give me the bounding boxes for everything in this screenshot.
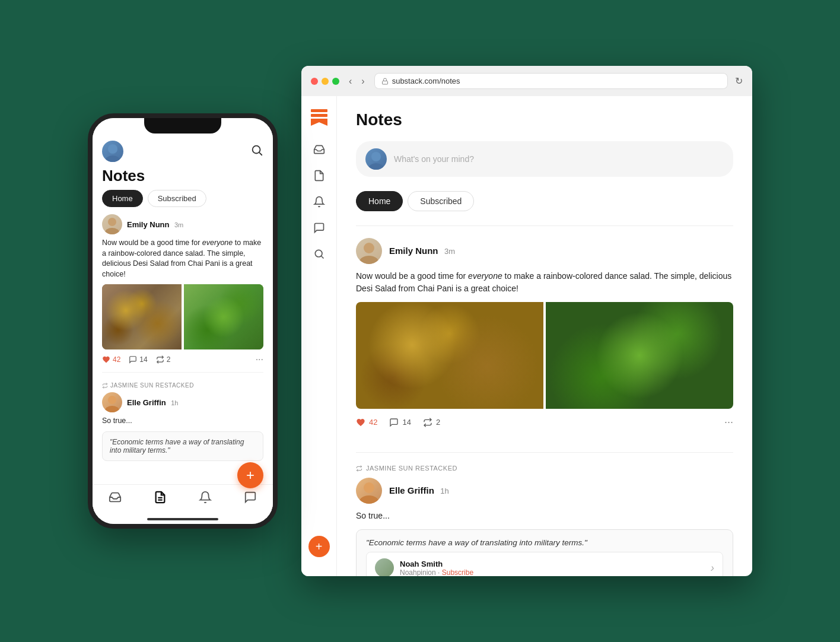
svg-point-1 xyxy=(105,155,120,162)
svg-point-5 xyxy=(105,228,119,234)
mobile-post-2-timestamp: 1h xyxy=(171,399,178,406)
mobile-nav-bell[interactable] xyxy=(199,491,212,506)
chevron-right-icon: › xyxy=(711,562,714,574)
web-tab-subscribed[interactable]: Subscribed xyxy=(408,191,474,211)
mobile-post-1-timestamp: 3m xyxy=(174,221,183,228)
mobile-post-1-text: Now would be a good time for everyone to… xyxy=(102,238,263,279)
browser-navigation: ‹ › xyxy=(346,75,367,88)
mobile-nav-inbox[interactable] xyxy=(109,491,122,506)
sidebar-compose-button[interactable]: + xyxy=(308,536,330,557)
web-post-2-author: Elle Griffin xyxy=(389,485,434,495)
avatar xyxy=(102,214,122,234)
sidebar-chat-icon[interactable] xyxy=(308,217,330,239)
compose-avatar xyxy=(365,148,387,170)
mobile-tab-home[interactable]: Home xyxy=(102,190,143,207)
sidebar-bell-icon[interactable] xyxy=(308,191,330,212)
more-button[interactable]: ··· xyxy=(256,354,263,365)
avatar xyxy=(102,392,122,412)
browser-chrome: ‹ › substack.com/notes ↻ xyxy=(301,66,752,96)
browser-forward-button[interactable]: › xyxy=(359,75,367,88)
sidebar-notes-icon[interactable] xyxy=(308,165,330,186)
svg-marker-13 xyxy=(311,119,327,126)
svg-point-18 xyxy=(364,243,374,253)
browser-main-content: Notes What's on your mind? Home Subscrib… xyxy=(337,96,752,576)
subscribe-link[interactable]: Subscribe xyxy=(442,568,473,577)
browser-traffic-lights xyxy=(311,78,339,85)
web-post-1-likes: 42 xyxy=(369,418,377,427)
web-tab-home[interactable]: Home xyxy=(356,191,403,211)
url-text: substack.com/notes xyxy=(392,77,460,85)
web-quote-author-card[interactable]: Noah Smith Noahpinion · Subscribe › xyxy=(366,552,723,576)
compose-placeholder[interactable]: What's on your mind? xyxy=(394,154,724,164)
avatar xyxy=(102,141,123,162)
web-post-1: Emily Nunn 3m Now would be a good time f… xyxy=(356,238,733,440)
browser-sidebar: + xyxy=(301,96,337,576)
browser-back-button[interactable]: ‹ xyxy=(346,75,354,88)
restack-button[interactable]: 2 xyxy=(156,355,171,364)
phone-inner: Notes Home Subscribed xyxy=(93,118,273,524)
mobile-tabs: Home Subscribed xyxy=(93,190,273,214)
web-restack-label: JASMINE SUN RESTACKED xyxy=(356,465,733,472)
substack-logo xyxy=(308,106,330,127)
phone-home-indicator xyxy=(147,518,218,520)
web-quote-author-info: Noah Smith Noahpinion · Subscribe xyxy=(375,558,473,576)
like-button[interactable]: 42 xyxy=(102,355,120,364)
svg-point-7 xyxy=(105,406,119,412)
phone-notch xyxy=(144,118,221,134)
browser-reload-button[interactable]: ↻ xyxy=(735,75,743,87)
web-post-image-left xyxy=(356,302,543,409)
web-post-2-header: Elle Griffin 1h xyxy=(356,478,733,504)
svg-point-14 xyxy=(315,250,322,257)
sidebar-search-icon[interactable] xyxy=(308,243,330,265)
svg-point-20 xyxy=(364,482,374,493)
avatar xyxy=(356,478,382,504)
close-button[interactable] xyxy=(311,78,318,85)
web-like-button[interactable]: 42 xyxy=(356,418,377,427)
search-icon[interactable] xyxy=(250,144,263,159)
svg-point-19 xyxy=(359,256,378,264)
mobile-quote-block: "Economic terms have a way of translatin… xyxy=(102,431,263,461)
web-restack-button[interactable]: 2 xyxy=(423,418,440,427)
web-more-button[interactable]: ··· xyxy=(724,416,733,428)
mobile-nav-chat[interactable] xyxy=(244,491,257,506)
web-post-1-comments: 14 xyxy=(402,418,411,427)
web-tabs: Home Subscribed xyxy=(356,191,733,211)
mobile-post-1-likes: 42 xyxy=(113,355,120,364)
web-post-2-user-info: Elle Griffin 1h xyxy=(389,485,733,496)
avatar xyxy=(356,238,382,264)
svg-rect-10 xyxy=(382,81,387,84)
mobile-post-2-author: Elle Griffin xyxy=(127,398,166,407)
web-post-2-text: So true... xyxy=(356,510,733,522)
web-quote-publication: Noahpinion · Subscribe xyxy=(400,568,473,577)
mobile-restack-label: JASMINE SUN RESTACKED xyxy=(102,382,263,389)
mobile-tab-subscribed[interactable]: Subscribed xyxy=(148,190,206,207)
svg-point-17 xyxy=(368,163,384,170)
mobile-post-1-comments: 14 xyxy=(139,355,147,364)
svg-line-3 xyxy=(259,152,262,155)
web-comment-button[interactable]: 14 xyxy=(389,418,411,427)
mobile-post-1-restacks: 2 xyxy=(167,355,171,364)
mobile-phone: Notes Home Subscribed xyxy=(88,113,278,529)
mobile-fab-button[interactable]: + xyxy=(237,462,263,488)
mobile-post-2-user-info: Elle Griffin 1h xyxy=(127,397,263,408)
browser-url-bar[interactable]: substack.com/notes xyxy=(374,73,728,89)
maximize-button[interactable] xyxy=(332,78,339,85)
web-post-1-text: Now would be a good time for everyone to… xyxy=(356,270,733,295)
post-image-right xyxy=(184,284,263,349)
mobile-page-title: Notes xyxy=(93,167,273,190)
minimize-button[interactable] xyxy=(322,78,329,85)
svg-point-0 xyxy=(108,144,117,154)
mobile-feed: Emily Nunn 3m Now would be a good time f… xyxy=(93,214,273,484)
web-post-1-actions: 42 14 2 ··· xyxy=(356,416,733,440)
mobile-post-2-text: So true... xyxy=(102,416,263,427)
web-post-1-images xyxy=(356,302,733,409)
comment-button[interactable]: 14 xyxy=(129,355,147,364)
compose-box[interactable]: What's on your mind? xyxy=(356,141,733,177)
web-post-1-header: Emily Nunn 3m xyxy=(356,238,733,264)
divider-2 xyxy=(356,452,733,453)
web-post-1-user-info: Emily Nunn 3m xyxy=(389,246,733,256)
sidebar-inbox-icon[interactable] xyxy=(308,139,330,160)
svg-point-6 xyxy=(108,396,116,404)
mobile-nav-notes[interactable] xyxy=(154,491,167,506)
post-image-left xyxy=(102,284,182,349)
